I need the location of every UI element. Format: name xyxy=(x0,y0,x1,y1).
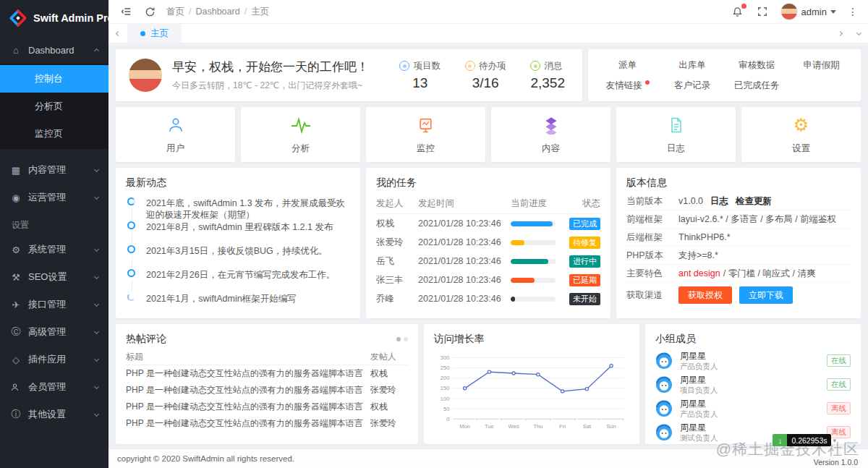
svg-text:50: 50 xyxy=(443,406,449,412)
shortcut-analysis[interactable]: 分析 xyxy=(241,107,360,162)
sidebar-item-seo-settings[interactable]: ⚒ SEO设置 xyxy=(0,263,109,291)
sidebar-item-console[interactable]: 控制台 xyxy=(0,65,109,93)
sidebar-item-api-mgmt[interactable]: ✈ 接口管理 xyxy=(0,291,109,318)
tabs-scroll-right-icon[interactable] xyxy=(830,24,849,43)
growth-chart-svg: 050100150200250300MonTueWedThuFriSatSun xyxy=(430,349,634,437)
sidebar-item-content-mgmt[interactable]: ▦ 内容管理 xyxy=(0,156,109,184)
task-time: 2021/01/28 10:23:46 xyxy=(418,218,511,229)
sidebar-item-analysis[interactable]: 分析页 xyxy=(0,93,109,120)
post-title[interactable]: PHP 是一种创建动态交互性站点的强有力的服务器端脚本语言 xyxy=(126,401,370,413)
get-license-button[interactable]: 获取授权 xyxy=(678,286,732,304)
progress-bar xyxy=(511,240,556,245)
status-badge: 在线 xyxy=(827,354,851,367)
card-title: 小组成员 xyxy=(645,324,861,346)
stat-label: 消息 xyxy=(544,60,562,72)
quick-link-leave-request[interactable]: 申请假期 xyxy=(789,55,854,75)
breadcrumb-dashboard[interactable]: Dashboard xyxy=(189,7,240,17)
sidebar-item-system-mgmt[interactable]: ⚙ 系统管理 xyxy=(0,236,109,263)
stat-label: 待办项 xyxy=(479,60,506,72)
table-row: 岳飞 2021/01/28 10:23:46 进行中 xyxy=(376,252,600,271)
notification-dot xyxy=(741,4,746,9)
version-row: 当前版本 v1.0.0 日志 检查更新 xyxy=(626,192,851,210)
line-chart: 050100150200250300MonTueWedThuFriSatSun xyxy=(424,346,639,437)
changelog-link[interactable]: 日志 xyxy=(710,195,728,208)
shortcut-settings[interactable]: ⚙ 设置 xyxy=(741,107,861,162)
shortcut-content[interactable]: 内容 xyxy=(491,107,610,162)
post-title[interactable]: PHP 是一种创建动态交互性站点的强有力的服务器端脚本语言 xyxy=(126,384,370,396)
post-author: 张爱玲 xyxy=(370,384,408,396)
chevron-down-icon xyxy=(94,301,99,306)
tab-home[interactable]: 主页 xyxy=(127,24,182,43)
chevron-down-icon xyxy=(94,194,99,199)
svg-text:Sun: Sun xyxy=(606,423,616,430)
column-header: 发帖人 xyxy=(370,351,408,363)
task-time: 2021/01/28 10:23:46 xyxy=(418,237,511,247)
avatar xyxy=(780,3,798,20)
news-card: 最新动态 2021年底，swiftAdmin 1.3 发布，并发展成最受欢迎的极… xyxy=(116,168,360,318)
fullscreen-icon[interactable] xyxy=(756,5,769,18)
stat-value: 13 xyxy=(399,75,441,91)
grid-icon: ▦ xyxy=(10,165,22,176)
monitor-icon xyxy=(417,114,435,136)
notifications-bell-icon[interactable] xyxy=(731,5,744,18)
sidebar-item-operation-mgmt[interactable]: ◉ 运营管理 xyxy=(0,184,109,211)
tab-active-dot xyxy=(140,31,145,36)
cube-icon: ◇ xyxy=(10,354,22,365)
carousel-dot-active[interactable] xyxy=(396,337,401,341)
member-avatar xyxy=(655,400,673,417)
sidebar-item-other-settings[interactable]: ⓘ 其他设置 xyxy=(0,401,109,428)
quick-link-friend-links[interactable]: 友情链接 xyxy=(595,75,660,95)
shortcut-logs[interactable]: 日志 xyxy=(616,107,736,162)
sidebar-item-dashboard[interactable]: ⌂ Dashboard xyxy=(0,36,109,64)
status-badge: 在线 xyxy=(827,378,851,391)
breadcrumb-current[interactable]: 主页 xyxy=(244,6,269,18)
shortcut-users[interactable]: 用户 xyxy=(116,107,235,162)
breadcrumb-home[interactable]: 首页 xyxy=(166,6,184,18)
post-title[interactable]: PHP 是一种创建动态交互性站点的强有力的服务器端脚本语言 xyxy=(126,417,370,430)
chevron-down-icon xyxy=(94,166,99,171)
quick-link-dispatch[interactable]: 派单 xyxy=(595,55,660,75)
shortcut-monitor[interactable]: 监控 xyxy=(366,107,485,162)
version-card: 版本信息 当前版本 v1.0.0 日志 检查更新 前端框架 layui-v2.6… xyxy=(616,168,861,318)
sidebar-item-label: 内容管理 xyxy=(28,163,88,176)
member-avatar xyxy=(655,424,673,441)
task-initiator: 张爱玲 xyxy=(376,237,418,249)
news-item: 2021年8月，swiftAdmin 里程碑版本 1.2.1 发布 xyxy=(127,221,350,244)
post-title[interactable]: PHP 是一种创建动态交互性站点的强有力的服务器端脚本语言 xyxy=(126,367,370,380)
target-icon: ◉ xyxy=(10,192,22,203)
sidebar-item-plugins[interactable]: ◇ 插件应用 xyxy=(0,346,109,373)
download-now-button[interactable]: 立即下载 xyxy=(739,286,793,304)
members-card: 小组成员 周星星产品负责人 在线 周星星项目负责人 在线 周星星产品负责人 xyxy=(645,324,861,444)
user-icon xyxy=(166,114,185,136)
version-label: 后端框架 xyxy=(626,231,678,244)
news-text: 2021年8月，swiftAdmin 里程碑版本 1.2.1 发布 xyxy=(146,222,333,232)
carousel-dots xyxy=(396,337,408,341)
check-update-link[interactable]: 检查更新 xyxy=(736,195,772,208)
shortcut-label: 用户 xyxy=(166,142,184,155)
tabs-scroll-left-icon[interactable] xyxy=(109,24,127,43)
sidebar-item-member-mgmt[interactable]: 会员管理 xyxy=(0,373,109,401)
svg-text:Mon: Mon xyxy=(459,423,470,430)
shortcut-label: 分析 xyxy=(292,142,310,155)
user-menu[interactable]: admin xyxy=(780,3,836,20)
info-icon: ⓘ xyxy=(10,408,22,421)
refresh-icon[interactable] xyxy=(143,5,156,18)
svg-text:Fri: Fri xyxy=(559,423,566,430)
sidebar-item-advanced-mgmt[interactable]: Ⓒ 高级管理 xyxy=(0,318,109,346)
page-content: 早安，权栈，开始您一天的工作吧！ 今日多云转阴，18℃ - 22℃，出门记得穿外… xyxy=(109,43,868,448)
collapse-sidebar-icon[interactable] xyxy=(120,5,133,18)
more-menu-icon[interactable]: ⋮ xyxy=(848,6,858,17)
quick-link-audit-data[interactable]: 审核数据 xyxy=(725,55,789,75)
task-time: 2021/01/28 10:23:46 xyxy=(418,275,511,285)
quick-link-completed-tasks[interactable]: 已完成任务 xyxy=(725,75,789,95)
carousel-dot[interactable] xyxy=(404,337,408,341)
load-time: 0.262953s xyxy=(787,434,831,446)
brand-logo[interactable]: Swift Admin Pro xyxy=(0,0,109,36)
tabs-menu-icon[interactable] xyxy=(849,24,868,43)
sidebar-item-monitor[interactable]: 监控页 xyxy=(0,120,109,148)
stat-projects: 项目数 13 xyxy=(399,60,441,91)
member-name: 周星星 xyxy=(680,352,827,360)
quick-link-outbound[interactable]: 出库单 xyxy=(660,55,724,75)
quick-link-customer-records[interactable]: 客户记录 xyxy=(660,75,724,95)
brand-logo-icon xyxy=(9,9,27,27)
